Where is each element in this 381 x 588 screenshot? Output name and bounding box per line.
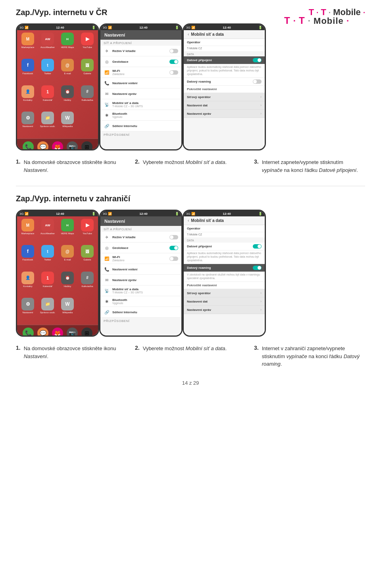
step1-text-cr: Na domovské obrazovce stiskněte ikonu Na…	[24, 158, 127, 174]
step1-number-cr: 1.	[16, 158, 21, 165]
step3-text-abroad: Internet v zahraničí zapnete/vypnete sti…	[262, 345, 365, 368]
phone-mobile-data-abroad: 3G 📶 12:40 🔋 ‹ Mobilní síť a data Operát…	[183, 210, 266, 337]
tmobile-logo-fixed: T · T · Mobile ·	[309, 7, 365, 17]
phone-mobile-data-cr: 3G 📶 12:40 🔋 ‹ Mobilní síť a data Operát…	[183, 23, 266, 150]
phones-row-cr: 3G 📶 12:40 🔋 MMarketplace AWAccuWeather …	[16, 23, 365, 150]
step3-text-cr: Internet zapnete/vypnete stisknutím vypí…	[262, 158, 365, 174]
section-title-abroad: Zap./Vyp. internetu v zahraničí	[16, 194, 365, 203]
step2-number-abroad: 2.	[135, 345, 140, 351]
phone-settings-abroad: 3G 📶 12:40 🔋 Nastavení Síť a připojení ✈…	[99, 210, 183, 337]
step2-text-abroad: Vyberete možnost Mobilní síť a data.	[143, 345, 227, 353]
phone-home-cr: 3G 📶 12:40 🔋 MMarketplace AWAccuWeather …	[16, 23, 99, 150]
step3-number-cr: 3.	[254, 158, 259, 165]
instructions-abroad: 1. Na domovské obrazovce stiskněte ikonu…	[16, 345, 365, 368]
page-number: 14 z 29	[16, 380, 365, 390]
phone-settings-cr: 3G 📶 12:40 🔋 Nastavení Síť a připojení ✈…	[99, 23, 183, 150]
phone-home-abroad: 3G 📶 12:40 🔋 MMarketplace AWAccuWeather …	[16, 210, 99, 337]
settings-title: Nastavení	[100, 30, 181, 40]
step2-text-cr: Vyberete možnost Mobilní síť a data.	[143, 158, 227, 166]
step2-number-cr: 2.	[135, 158, 140, 165]
step3-number-abroad: 3.	[254, 345, 259, 351]
step1-text-abroad: Na domovské obrazovce stiskněte ikonu Na…	[24, 345, 127, 360]
instructions-cr: 1. Na domovské obrazovce stiskněte ikonu…	[16, 158, 365, 174]
step1-number-abroad: 1.	[16, 345, 21, 351]
settings-section: Síť a připojení	[100, 40, 181, 46]
phones-row-abroad: 3G 📶 12:40 🔋 MMarketplace AWAccuWeather …	[16, 210, 365, 337]
